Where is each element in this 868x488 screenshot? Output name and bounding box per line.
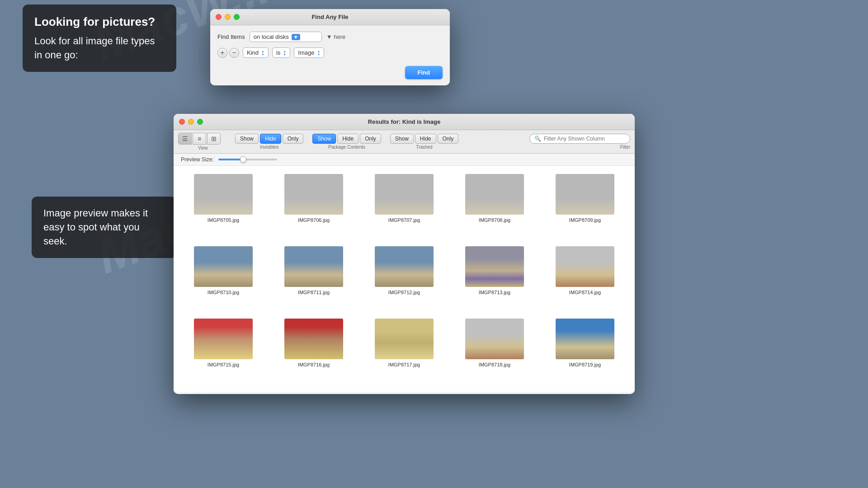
maximize-button[interactable] — [234, 14, 240, 20]
trashed-show-button[interactable]: Show — [390, 134, 414, 144]
image-thumbnail — [284, 246, 343, 287]
image-item[interactable]: IMGP8709.jpg — [540, 170, 630, 243]
package-buttons: Show Hide Only — [312, 134, 381, 144]
image-item[interactable]: IMGP8711.jpg — [269, 243, 359, 315]
view-label: View — [198, 145, 208, 150]
trashed-hide-button[interactable]: Hide — [415, 134, 436, 144]
stepper-up-icon: ▲ — [261, 50, 264, 53]
view-section: ☰ ≡ ⊞ View — [178, 133, 228, 150]
image-thumbnail — [465, 174, 524, 215]
find-button[interactable]: Find — [405, 66, 443, 79]
criteria-operator-stepper: ▲ ▼ — [283, 50, 286, 56]
image-filename: IMGP8711.jpg — [298, 290, 330, 295]
close-button[interactable] — [216, 14, 222, 20]
image-thumbnail — [556, 174, 614, 215]
image-item[interactable]: IMGP8715.jpg — [178, 315, 269, 387]
find-dialog-title: Find Any File — [311, 14, 348, 20]
view-grid-button[interactable]: ⊞ — [207, 133, 221, 145]
minimize-button[interactable] — [225, 14, 231, 20]
results-maximize-button[interactable] — [197, 119, 203, 125]
image-filename: IMGP8719.jpg — [569, 362, 601, 367]
results-window: Results for: Kind is Image ☰ ≡ ⊞ View Sh… — [174, 114, 635, 394]
criteria-row: + − Kind ▲ ▼ is ▲ ▼ Image ▲ — [217, 47, 443, 58]
image-item[interactable]: IMGP8719.jpg — [540, 315, 630, 387]
preview-size-label: Preview Size: — [181, 156, 214, 163]
invisibles-buttons: Show Hide Only — [235, 134, 303, 144]
results-close-button[interactable] — [179, 119, 185, 125]
find-any-file-dialog: Find Any File Find Items on local disks … — [210, 9, 450, 85]
view-detail-button[interactable]: ≡ — [193, 133, 206, 145]
image-item[interactable]: IMGP8705.jpg — [178, 170, 269, 243]
image-item[interactable]: IMGP8713.jpg — [449, 243, 540, 315]
image-thumbnail — [556, 246, 614, 287]
image-thumbnail — [284, 319, 343, 359]
image-thumbnail — [465, 246, 524, 287]
image-item[interactable]: IMGP8708.jpg — [449, 170, 540, 243]
image-item[interactable]: IMGP8707.jpg — [359, 170, 449, 243]
image-item[interactable]: IMGP8710.jpg — [178, 243, 269, 315]
image-item[interactable]: IMGP8714.jpg — [540, 243, 630, 315]
image-thumbnail — [375, 319, 434, 359]
location-dropdown[interactable]: on local disks ▼ — [250, 32, 322, 42]
invisibles-hide-button[interactable]: Hide — [260, 134, 281, 144]
info-box-heading-2: Image preview makes it easy to spot what… — [43, 206, 165, 248]
package-hide-button[interactable]: Hide — [337, 134, 359, 144]
find-dialog-titlebar: Find Any File — [210, 9, 450, 25]
image-filename: IMGP8707.jpg — [388, 217, 420, 223]
results-title: Results for: Kind is Image — [368, 118, 440, 125]
invisibles-show-button[interactable]: Show — [235, 134, 259, 144]
results-traffic-lights — [179, 119, 203, 125]
add-criteria-button[interactable]: + — [217, 48, 227, 58]
invisibles-only-button[interactable]: Only — [283, 134, 304, 144]
preview-size-slider[interactable] — [218, 159, 277, 160]
location-value: on local disks — [254, 33, 289, 40]
image-item[interactable]: IMGP8716.jpg — [269, 315, 359, 387]
image-item[interactable]: IMGP8718.jpg — [449, 315, 540, 387]
image-filename: IMGP8718.jpg — [479, 362, 510, 367]
image-filename: IMGP8713.jpg — [479, 290, 510, 295]
remove-criteria-button[interactable]: − — [229, 48, 239, 58]
info-box-body-1: Look for all image file types in one go: — [34, 34, 165, 62]
stepper-down-icon: ▼ — [261, 53, 264, 56]
image-filename: IMGP8716.jpg — [298, 362, 330, 367]
elsewhere-button[interactable]: ▼ here — [326, 33, 346, 40]
invisibles-group: Show Hide Only Invisibles — [235, 134, 303, 150]
trashed-only-button[interactable]: Only — [438, 134, 459, 144]
find-items-label: Find Items — [217, 33, 245, 40]
image-thumbnail — [194, 246, 253, 287]
filter-box[interactable]: 🔍 — [529, 134, 630, 144]
criteria-field-select[interactable]: Kind ▲ ▼ — [243, 47, 269, 58]
filter-input[interactable] — [544, 136, 625, 142]
image-item[interactable]: IMGP8712.jpg — [359, 243, 449, 315]
stepper-up-icon2: ▲ — [283, 50, 286, 53]
location-dropdown-arrow: ▼ — [292, 34, 300, 40]
package-show-button[interactable]: Show — [312, 134, 336, 144]
package-only-button[interactable]: Only — [360, 134, 381, 144]
add-remove-criteria: + − — [217, 48, 239, 58]
invisibles-label: Invisibles — [260, 145, 278, 150]
view-list-button[interactable]: ☰ — [178, 133, 192, 145]
results-toolbar: ☰ ≡ ⊞ View Show Hide Only Invisibles Sho… — [174, 130, 635, 154]
package-contents-group: Show Hide Only Package Contents — [312, 134, 381, 150]
criteria-field-stepper: ▲ ▼ — [261, 50, 264, 56]
image-filename: IMGP8712.jpg — [388, 290, 420, 295]
stepper-down-icon2: ▼ — [283, 53, 286, 56]
criteria-value-select[interactable]: Image ▲ ▼ — [294, 47, 324, 58]
image-filename: IMGP8708.jpg — [479, 217, 510, 223]
image-thumbnail — [465, 319, 524, 359]
image-filename: IMGP8714.jpg — [569, 290, 601, 295]
image-thumbnail — [194, 319, 253, 359]
info-box-pictures: Looking for pictures? Look for all image… — [23, 5, 176, 72]
image-thumbnail — [194, 174, 253, 215]
traffic-lights — [216, 14, 240, 20]
criteria-operator-select[interactable]: is ▲ ▼ — [272, 47, 290, 58]
slider-thumb[interactable] — [240, 156, 246, 163]
results-minimize-button[interactable] — [188, 119, 194, 125]
image-filename: IMGP8705.jpg — [208, 217, 239, 223]
image-item[interactable]: IMGP8706.jpg — [269, 170, 359, 243]
image-item[interactable]: IMGP8717.jpg — [359, 315, 449, 387]
find-dialog-body: Find Items on local disks ▼ ▼ here + − K… — [210, 25, 450, 85]
info-box-heading-1: Looking for pictures? — [34, 14, 165, 30]
image-thumbnail — [284, 174, 343, 215]
image-filename: IMGP8710.jpg — [208, 290, 239, 295]
